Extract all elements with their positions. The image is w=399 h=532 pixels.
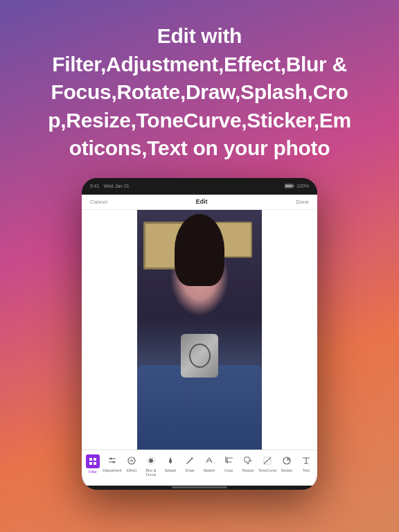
photo-person-bg xyxy=(137,210,262,450)
svg-rect-14 xyxy=(245,457,249,462)
cancel-button[interactable]: Cancel xyxy=(90,199,107,205)
svg-point-10 xyxy=(113,461,115,463)
tool-resize[interactable]: Resize xyxy=(238,454,258,472)
tool-sticker[interactable]: Sticker xyxy=(277,454,296,472)
resize-icon xyxy=(242,454,254,467)
splash-label: Splash xyxy=(165,468,177,472)
bag-element xyxy=(181,334,218,377)
tool-blur-focus[interactable]: Blur & Focus xyxy=(141,454,161,477)
home-indicator xyxy=(82,486,317,490)
adjustment-icon xyxy=(106,454,118,467)
photo-content-area xyxy=(82,210,317,450)
filter-label: Filter xyxy=(89,470,97,474)
text-label: Text xyxy=(303,468,310,472)
blur-label: Blur & Focus xyxy=(141,468,161,477)
tool-draw[interactable]: Draw xyxy=(180,454,200,472)
text-icon xyxy=(300,454,312,467)
draw-label: Draw xyxy=(186,468,195,472)
tonecurve-label: ToneCurve xyxy=(258,468,277,472)
home-bar xyxy=(172,486,227,488)
white-padding-right xyxy=(262,210,317,450)
sketch-label: Sketch xyxy=(204,468,215,472)
app-background: Edit with Filter,Adjustment,Effect,Blur … xyxy=(0,0,399,532)
done-button[interactable]: Done xyxy=(296,199,309,205)
blur-icon xyxy=(145,454,157,467)
tool-text[interactable]: Text xyxy=(296,454,316,472)
edit-toolbar-bar: Cancel Edit Done xyxy=(82,195,317,210)
edit-title: Edit xyxy=(195,198,207,205)
tablet-frame: 9:41 Wed Jan 01 100% Cancel Edit Done xyxy=(82,178,317,490)
tool-splash[interactable]: Splash xyxy=(161,454,180,472)
headline-text: Edit with Filter,Adjustment,Effect,Blur … xyxy=(31,22,368,163)
status-battery: 100% xyxy=(285,184,309,188)
tool-crop[interactable]: Crop xyxy=(219,454,238,472)
svg-rect-3 xyxy=(89,458,92,461)
adjustment-label: Adjustment xyxy=(103,468,122,472)
status-time: 9:41 Wed Jan 01 xyxy=(90,184,130,188)
sketch-icon xyxy=(203,454,215,467)
sticker-icon xyxy=(281,454,293,467)
editing-toolbar: Filter Adjustment xyxy=(82,450,317,486)
draw-icon xyxy=(184,454,196,467)
svg-rect-6 xyxy=(94,462,96,465)
effect-label: Effect xyxy=(127,468,136,472)
white-padding-left xyxy=(82,210,137,450)
hair-element xyxy=(175,214,224,286)
tool-tonecurve[interactable]: ToneCurve xyxy=(258,454,277,472)
tablet-mockup: 9:41 Wed Jan 01 100% Cancel Edit Done xyxy=(82,178,317,490)
tool-sketch[interactable]: Sketch xyxy=(200,454,219,472)
sofa-element xyxy=(137,365,262,449)
crop-label: Crop xyxy=(224,468,233,472)
tonecurve-icon xyxy=(261,454,274,467)
svg-rect-2 xyxy=(285,185,292,187)
resize-label: Resize xyxy=(242,468,254,472)
svg-rect-1 xyxy=(293,186,294,187)
sticker-label: Sticker xyxy=(281,468,293,472)
svg-point-12 xyxy=(149,459,153,463)
filter-icon xyxy=(86,454,100,468)
effect-icon xyxy=(125,454,138,467)
tool-adjustment[interactable]: Adjustment xyxy=(103,454,122,472)
photo-display xyxy=(137,210,262,450)
crop-icon xyxy=(222,454,235,467)
tool-filter[interactable]: Filter xyxy=(83,454,103,474)
status-bar: 9:41 Wed Jan 01 100% xyxy=(82,178,317,195)
tool-effect[interactable]: Effect xyxy=(122,454,141,472)
splash-icon xyxy=(164,454,177,467)
svg-rect-5 xyxy=(89,462,92,465)
svg-rect-4 xyxy=(94,458,96,461)
svg-point-8 xyxy=(110,457,112,459)
